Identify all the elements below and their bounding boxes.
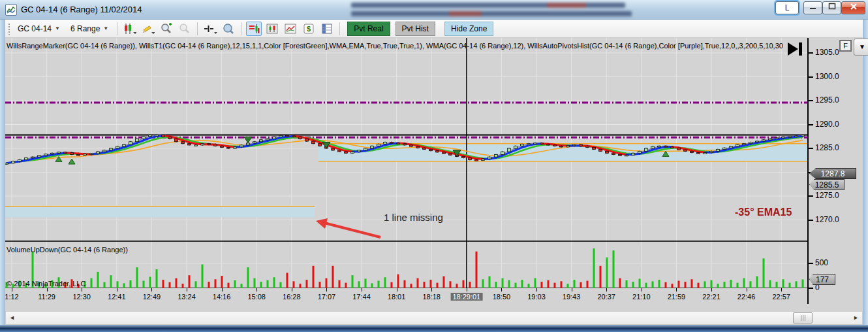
chart-style-icon[interactable] (122, 22, 138, 36)
volume-bar (508, 280, 510, 288)
toolbar: GC 04-14▼ 6 Range▼ (5, 20, 863, 38)
volume-bar (117, 281, 119, 288)
candle (743, 144, 746, 145)
candle (514, 146, 518, 148)
scrollbar-thumb[interactable] (793, 312, 813, 324)
candle (710, 151, 713, 152)
volume-indicator-label: VolumeUpDown(GC 04-14 (6 Range)) (7, 246, 128, 254)
volume-bar (104, 282, 106, 288)
volume-bar (267, 280, 269, 288)
candle (384, 142, 387, 144)
titlebar[interactable]: GC 04-14 (6 Range) 11/02/2014 L (0, 0, 868, 20)
candle (684, 150, 687, 151)
price-tick-label: 1290.0 (815, 120, 839, 129)
price-axis[interactable]: F ▼ 1287.8 1285.5 177 1305.01300.01295.0… (807, 38, 863, 304)
volume-tick (809, 288, 813, 289)
candle (547, 144, 550, 145)
axis-dropdown-button[interactable]: ▼ (854, 39, 868, 56)
time-tick (572, 288, 572, 291)
pvt-hist-button[interactable]: Pvt Hist (395, 22, 435, 36)
toolbar-grip[interactable] (8, 23, 11, 35)
candle (57, 152, 61, 154)
candle (142, 137, 146, 139)
period-selector[interactable]: 6 Range▼ (67, 23, 112, 35)
instrument-selector[interactable]: GC 04-14▼ (14, 23, 64, 35)
chart-trader-icon[interactable] (264, 22, 280, 36)
candle (795, 136, 798, 137)
volume-bar (332, 266, 334, 288)
time-tick (187, 288, 187, 291)
time-tick (292, 288, 292, 291)
volume-bar (632, 282, 634, 288)
price-tick-label: 1285.0 (815, 143, 839, 152)
candle (312, 141, 315, 144)
indicator-label: WillsRangeMarker(GC 04-14 (6 Range)), Wi… (7, 42, 783, 50)
candle (5, 163, 8, 165)
candle (593, 148, 596, 150)
go-to-end-icon[interactable] (786, 41, 805, 60)
price-tick (809, 195, 813, 197)
candle (469, 158, 472, 160)
separator (117, 22, 117, 35)
volume-bar (776, 282, 778, 288)
candle (371, 146, 374, 148)
maximize-button[interactable] (822, 1, 841, 14)
time-tick (151, 288, 152, 291)
volume-bar (404, 280, 406, 288)
time-label: 15:08 (247, 293, 266, 301)
candle (782, 137, 785, 138)
time-label: 12:49 (143, 293, 161, 301)
candle (116, 146, 119, 148)
volume-bar (352, 275, 354, 288)
time-tick (747, 288, 747, 291)
dollar-icon[interactable]: $ (301, 22, 317, 36)
candle (90, 154, 93, 155)
candle (227, 148, 230, 149)
candle (423, 148, 426, 149)
zoom-in-icon[interactable] (159, 22, 174, 36)
time-label: 18:01 (388, 293, 406, 301)
time-tick (711, 288, 712, 291)
crosshair-icon[interactable] (202, 22, 218, 36)
last-price-marker: 1287.8 (809, 168, 856, 179)
hide-zone-button[interactable]: Hide Zone (444, 22, 493, 36)
instrument-label: GC 04-14 (18, 24, 52, 33)
scroll-right-icon[interactable]: ► (850, 312, 862, 324)
volume-bar (384, 277, 386, 288)
line-chart-icon[interactable] (283, 22, 298, 36)
data-box-icon[interactable] (221, 22, 236, 36)
candle (64, 152, 67, 154)
scroll-left-icon[interactable]: ◄ (6, 312, 18, 324)
time-tick (397, 288, 397, 291)
f-button[interactable]: F (839, 40, 852, 52)
horizontal-scrollbar[interactable]: ◄ ► (5, 311, 863, 325)
l-button[interactable]: L (775, 1, 799, 14)
grid-icon[interactable] (319, 22, 335, 36)
time-axis[interactable]: 1:1211:2912:3012:4112:4913:2414:1615:081… (5, 288, 807, 305)
candle (495, 154, 498, 157)
pvt-real-button[interactable]: Pvt Real (347, 22, 390, 36)
ninjatrader-chart-window: GC 04-14 (6 Range) 11/02/2014 L GC 04-14… (0, 0, 868, 332)
candle (651, 146, 655, 148)
candle (501, 152, 504, 154)
candle (188, 144, 191, 145)
time-label: 11:29 (38, 293, 55, 301)
minimize-button[interactable] (803, 1, 822, 14)
pencil-draw-icon[interactable] (140, 22, 156, 36)
indicator-panel-icon[interactable] (246, 22, 262, 36)
volume-bar (110, 275, 112, 288)
volume-bar (691, 279, 693, 288)
volume-bar (750, 281, 752, 288)
volume-bar (300, 284, 302, 288)
volume-bar (561, 281, 563, 288)
chart-area[interactable]: WillsRangeMarker(GC 04-14 (6 Range)), Wi… (5, 38, 807, 304)
zoom-out-icon[interactable] (177, 22, 193, 36)
volume-bar (593, 248, 595, 288)
close-button[interactable] (841, 1, 865, 14)
time-label: 18:50 (493, 293, 511, 301)
volume-bar (639, 279, 641, 288)
price-tick (809, 124, 813, 125)
candle (338, 150, 341, 152)
volume-bar (763, 258, 765, 288)
annotation-arrow (324, 223, 380, 237)
